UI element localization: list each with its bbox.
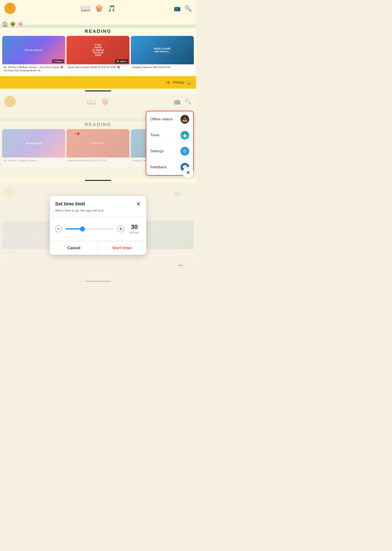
header-right-dim: 📺 🔍 [174, 98, 192, 105]
cast-icon-dim: 📺 [174, 98, 181, 105]
tree-icon: 🌳 [10, 21, 16, 27]
privacy-bar: ➜ Privacy 🔒 [0, 76, 196, 89]
video-thumb-label-3: READ & LEARNwith simon ki... [153, 46, 172, 54]
header-nav-dim: 📖 🍿 [87, 97, 110, 106]
search-icon-dim: 🔍 [185, 98, 192, 105]
vl2-dim: If You LAUGH... [90, 141, 106, 145]
vc1-dim: #ReadingMonth Ms. Booksy's Bedtime Stori… [2, 129, 65, 167]
timer-label: Timer [150, 133, 160, 137]
video-thumb-1: #ReadingMonth 3 videos [2, 36, 65, 64]
slider-track[interactable] [66, 228, 114, 230]
menu-item-settings[interactable]: Settings ⚙️ [146, 143, 193, 159]
red-arrow-menu: ➜ [74, 129, 80, 138]
video-title-3: Reading Takeover with Simon Kids [131, 64, 194, 74]
section-1-normal: 🦒 📖 🍿 🎵 📺 🔍 🏠 🌳 🌸 READING #ReadingMonth … [0, 0, 196, 93]
settings-label: Settings [150, 149, 164, 153]
popcorn-icon-dim: 🍿 [101, 97, 110, 106]
timer-icon: ⏰ [181, 131, 189, 140]
video-card-1[interactable]: #ReadingMonth 3 videos Ms. Booksy's Bedt… [2, 36, 65, 74]
giraffe-icon-dim: 🦒 [6, 99, 14, 105]
slider-value-display: 30 minutes [128, 223, 141, 234]
section-3-timer: 🦒 📖 📺 🔍 READING #ReadingMonth Ms. Booksy… [0, 185, 196, 285]
vtitle1-dim: Ms. Booksy's Bedtime Stories... [2, 158, 65, 167]
videos-row: #ReadingMonth 3 videos Ms. Booksy's Bedt… [0, 36, 196, 76]
vl1-dim: #ReadingMonth [25, 141, 43, 146]
vtitle2-dim: Books about Books READ ALOUD... [67, 158, 129, 167]
scene-background: 🏠 🌳 🌸 [0, 17, 196, 28]
search-icon[interactable]: 🔍 [185, 5, 192, 12]
offline-videos-icon: 📥 [181, 115, 189, 124]
reading-label: READING [85, 28, 111, 34]
logo-dim: 🦒 [4, 96, 16, 107]
slider-increase-button[interactable]: + [117, 225, 124, 232]
slider-thumb[interactable] [80, 226, 85, 231]
scroll-indicator-2 [0, 178, 196, 183]
video-thumb-2: If YouLAUGH,I'm StartingThis BookOVER 29… [67, 36, 129, 64]
menu-item-timer[interactable]: Timer ⏰ [146, 127, 193, 143]
scroll-indicator-1 [0, 89, 196, 93]
app-header-dim: 🦒 📖 🍿 📺 🔍 [0, 93, 196, 110]
start-timer-button[interactable]: Start timer [98, 241, 146, 255]
header-right-icons: 📺 🔍 [174, 5, 192, 12]
dialog-subtitle: When time is up, the app will lock. [50, 209, 146, 217]
flower-icon: 🌸 [17, 21, 23, 27]
menu-item-offline-videos[interactable]: Offline videos 📥 [146, 111, 193, 127]
cast-icon[interactable]: 📺 [174, 5, 181, 12]
app-logo[interactable]: 🦒 [4, 3, 16, 14]
header-nav-icons: 📖 🍿 🎵 [81, 4, 115, 13]
offline-videos-label: Offline videos [150, 117, 173, 121]
close-icon: ✕ [186, 170, 190, 176]
video-title-2: Books about Books READ ALOUD for Kids! 📚 [67, 64, 129, 74]
privacy-text[interactable]: Privacy [173, 81, 184, 85]
video-thumb-label-2: If YouLAUGH,I'm StartingThis BookOVER [91, 42, 105, 58]
house-icon: 🏠 [2, 21, 8, 27]
video-card-2[interactable]: If YouLAUGH,I'm StartingThis BookOVER 29… [67, 36, 129, 74]
video-title-1: Ms. Booksy's Bedtime Stories + StoryTime… [2, 64, 65, 74]
timer-dialog: Set time limit ✕ When time is up, the ap… [50, 196, 146, 255]
slider-number: 30 [128, 223, 141, 230]
dialog-actions: Cancel Start timer [50, 241, 146, 255]
dialog-close-button[interactable]: ✕ [136, 201, 141, 207]
video-thumb-3: READ & LEARNwith simon ki... [131, 36, 194, 64]
video-thumb-label-1: #ReadingMonth [23, 48, 44, 53]
dialog-header: Set time limit ✕ [50, 196, 146, 209]
feedback-label: Feedback [150, 165, 167, 169]
dialog-title: Set time limit [55, 201, 85, 207]
settings-icon: ⚙️ [181, 147, 189, 155]
section-2-menu: 🦒 📖 🍿 📺 🔍 READING #ReadingMonth Ms. Book… [0, 93, 196, 185]
book-icon[interactable]: 📖 [81, 4, 90, 13]
menu-popup: Offline videos 📥 Timer ⏰ Settings ⚙️ Fee… [146, 111, 194, 176]
lock-icon: 🔒 [186, 80, 192, 85]
cancel-button[interactable]: Cancel [50, 241, 98, 255]
video-card-3[interactable]: READ & LEARNwith simon ki... Reading Tak… [131, 36, 194, 74]
book-icon-dim: 📖 [87, 97, 97, 106]
music-icon[interactable]: 🎵 [108, 5, 115, 12]
reading-section-header: READING [0, 28, 196, 36]
app-header: 🦒 📖 🍿 🎵 📺 🔍 [0, 0, 196, 17]
arrow-annotation: ➜ [165, 79, 170, 86]
slider-section: − + 30 minutes [50, 217, 146, 241]
giraffe-icon: 🦒 [6, 5, 14, 11]
slider-decrease-button[interactable]: − [55, 225, 62, 232]
vt1-dim: #ReadingMonth [2, 129, 65, 158]
scene-decorations: 🏠 🌳 🌸 [2, 21, 23, 27]
scroll-dot-2 [85, 180, 111, 181]
red-arrow-timer: ← [177, 260, 185, 270]
popcorn-icon[interactable]: 🍿 [95, 4, 104, 13]
slider-unit: minutes [129, 231, 139, 234]
scroll-dot-1 [85, 90, 111, 92]
video-badge-2: 29 videos [115, 60, 128, 63]
close-menu-button[interactable]: ✕ [182, 167, 194, 178]
video-badge-1: 3 videos [52, 60, 64, 63]
